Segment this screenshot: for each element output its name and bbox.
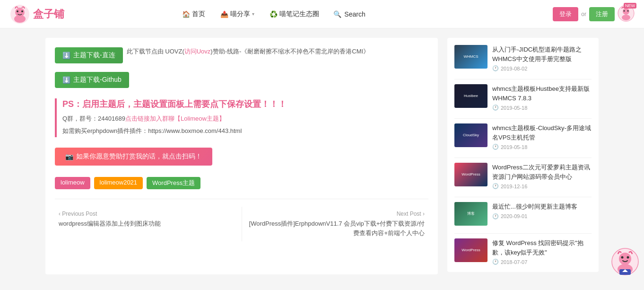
scan-btn-row: 📷 如果你愿意赞助打赏我的话，就点击扫码！: [55, 143, 428, 170]
next-post[interactable]: Next Post › [WordPress插件]ErphpdownV11.7 …: [242, 207, 429, 241]
download-icon: ⬇️: [62, 52, 70, 59]
sidebar-thumb: WordPress: [454, 163, 487, 186]
svg-point-2: [14, 15, 26, 23]
sidebar-title: 最近忙...很少时间更新主题博客: [492, 202, 592, 211]
sidebar-title: whmcs主题模板-CloudSky-多用途域名VPS主机托管: [492, 123, 592, 142]
thumb-text: 博客: [454, 202, 487, 226]
tag-lolimeow[interactable]: lolimeow: [55, 177, 90, 189]
ps-title: PS：启用主题后，主题设置面板上需要点下保存设置！！！: [62, 98, 428, 110]
share-icon: 📤: [220, 10, 228, 18]
clock-icon: 🕐: [492, 65, 499, 71]
sidebar-title: 从入门手-JIDC机型道刷牛题路之WHMCS中文使用手册完整版: [492, 45, 592, 63]
scan-donate-button[interactable]: 📷 如果你愿意赞助打赏我的话，就点击扫码！: [55, 148, 212, 166]
sidebar-date: 🕐 2020-09-01: [492, 213, 592, 220]
sidebar-info: 最近忙...很少时间更新主题博客 🕐 2020-09-01: [492, 202, 592, 226]
svg-point-13: [621, 256, 624, 259]
github-download-icon: ⬇️: [62, 76, 70, 84]
svg-point-3: [17, 10, 18, 12]
next-label: Next Post ›: [246, 211, 425, 217]
thumb-text: WordPress: [454, 163, 487, 186]
home-icon: 🏠: [182, 10, 190, 18]
svg-point-7: [622, 15, 630, 20]
svg-point-14: [627, 256, 629, 259]
sidebar-title: WordPress二次元可爱萝莉主题资讯资源门户网站源码带会员中心: [492, 163, 592, 181]
sidebar-date: 🕐 2019-05-18: [492, 105, 592, 111]
prev-title: wordpress编辑器添加上传到图床功能: [59, 219, 238, 228]
sidebar-info: whmcs主题模板-CloudSky-多用途域名VPS主机托管 🕐 2019-0…: [492, 123, 592, 150]
search-area[interactable]: 🔍 Search: [329, 8, 370, 21]
avatar-area[interactable]: NEW: [618, 5, 635, 23]
thumb-text: WHMCS: [454, 45, 487, 69]
sidebar-item[interactable]: WHMCS 从入门手-JIDC机型道刷牛题路之WHMCS中文使用手册完整版 🕐 …: [454, 45, 592, 71]
clock-icon: 🕐: [492, 183, 499, 189]
nav-ecology[interactable]: ♻️ 喵笔记生态圈: [264, 7, 325, 21]
post-navigation: ‹ Previous Post wordpress编辑器添加上传到图床功能 Ne…: [55, 199, 428, 241]
sidebar-thumb: 博客: [454, 202, 487, 226]
clock-icon: 🕐: [492, 213, 499, 220]
sidebar-date: 🕐 2018-07-07: [492, 259, 592, 265]
clock-icon: 🕐: [492, 144, 499, 150]
sidebar-thumb: Hustbee: [454, 84, 487, 108]
qq-group-link[interactable]: 点击链接加入群聊【Lolimeow主题】: [125, 115, 225, 122]
sidebar-date: 🕐 2019-12-16: [492, 183, 592, 189]
sidebar-title: whmcs主题模板Hustbee支持最新版WHMCS 7.8.3: [492, 84, 592, 103]
main-content: ⬇️ 主题下载-直连 此下载节点由 UOVZ(访问Uovz)赞助-线路-《耐磨耐…: [45, 38, 438, 274]
sidebar-item[interactable]: Hustbee whmcs主题模板Hustbee支持最新版WHMCS 7.8.3…: [454, 84, 592, 111]
site-logo[interactable]: 盒子铺: [9, 4, 85, 25]
sidebar-info: 从入门手-JIDC机型道刷牛题路之WHMCS中文使用手册完整版 🕐 2019-0…: [492, 45, 592, 71]
sidebar-item[interactable]: CloudSky whmcs主题模板-CloudSky-多用途域名VPS主机托管…: [454, 123, 592, 150]
header-auth: 登录 or 注册 NEW: [553, 5, 635, 23]
site-header: 盒子铺 🏠 首页 📤 喵分享 ▾ ♻️ 喵笔记生态圈 🔍 Search 登录 o…: [0, 0, 644, 28]
main-nav: 🏠 首页 📤 喵分享 ▾ ♻️ 喵笔记生态圈 🔍 Search: [176, 7, 370, 21]
uovz-link[interactable]: 访问Uovz: [184, 48, 211, 55]
svg-point-4: [21, 10, 23, 12]
sidebar-info: whmcs主题模板Hustbee支持最新版WHMCS 7.8.3 🕐 2019-…: [492, 84, 592, 111]
dl-desc-1: 此下载节点由 UOVZ(访问Uovz)赞助-线路-《耐磨耐擦不缩水不掉色不需北岸…: [127, 47, 370, 56]
dl-row-2: ⬇️ 主题下载-Github: [55, 72, 428, 93]
clock-icon: 🕐: [492, 105, 499, 111]
tags-area: lolimeow lolimeow2021 WordPress主题: [55, 177, 428, 189]
sidebar-thumb: CloudSky: [454, 123, 487, 147]
dl-row-1: ⬇️ 主题下载-直连 此下载节点由 UOVZ(访问Uovz)赞助-线路-《耐磨耐…: [55, 47, 428, 68]
prev-arrow-icon: ‹: [59, 211, 61, 217]
thumb-text: Hustbee: [454, 84, 487, 108]
download-github-button[interactable]: ⬇️ 主题下载-Github: [55, 72, 129, 88]
sidebar-item[interactable]: 博客 最近忙...很少时间更新主题博客 🕐 2020-09-01: [454, 202, 592, 226]
prev-post[interactable]: ‹ Previous Post wordpress编辑器添加上传到图床功能: [55, 207, 242, 241]
ps-notice: PS：启用主题后，主题设置面板上需要点下保存设置！！！ Q群，群号：244016…: [55, 98, 428, 137]
search-icon: 🔍: [333, 10, 341, 18]
sidebar-info: WordPress二次元可爱萝莉主题资讯资源门户网站源码带会员中心 🕐 2019…: [492, 163, 592, 189]
nav-share[interactable]: 📤 喵分享 ▾: [215, 7, 260, 21]
sidebar: WHMCS 从入门手-JIDC机型道刷牛题路之WHMCS中文使用手册完整版 🕐 …: [447, 38, 599, 274]
sidebar-item[interactable]: WordPress 修复 WordPress 找回密码提示"抱歉，该key似乎无…: [454, 238, 592, 265]
tag-lolimeow2021[interactable]: lolimeow2021: [94, 177, 143, 189]
nav-home[interactable]: 🏠 首页: [176, 7, 211, 21]
sidebar-title: 修复 WordPress 找回密码提示"抱歉，该key似乎无效": [492, 238, 592, 257]
sidebar-thumb: WHMCS: [454, 45, 487, 69]
ps-line-2: 如需购买erphpdown插件插件：https://www.boxmoe.com…: [62, 125, 428, 137]
logo-text: 盒子铺: [33, 7, 64, 21]
sidebar-card: WHMCS 从入门手-JIDC机型道刷牛题路之WHMCS中文使用手册完整版 🕐 …: [447, 38, 599, 272]
register-button[interactable]: 注册: [589, 7, 615, 21]
or-divider: or: [581, 11, 586, 18]
thumb-text: WordPress: [454, 238, 487, 262]
svg-point-8: [623, 10, 625, 12]
next-title: [WordPress插件]ErphpdownV11.7 会员vip下载+付费下载…: [246, 219, 425, 237]
recycle-icon: ♻️: [270, 10, 278, 18]
sidebar-item[interactable]: WordPress WordPress二次元可爱萝莉主题资讯资源门户网站源码带会…: [454, 163, 592, 189]
download-direct-button[interactable]: ⬇️ 主题下载-直连: [55, 47, 123, 63]
next-arrow-icon: ›: [423, 211, 425, 217]
login-button[interactable]: 登录: [553, 7, 578, 21]
sidebar-thumb: WordPress: [454, 238, 487, 262]
sidebar-info: 修复 WordPress 找回密码提示"抱歉，该key似乎无效" 🕐 2018-…: [492, 238, 592, 265]
page-container: ⬇️ 主题下载-直连 此下载节点由 UOVZ(访问Uovz)赞助-线路-《耐磨耐…: [38, 28, 606, 284]
scan-icon: 📷: [65, 153, 73, 160]
thumb-text: CloudSky: [454, 123, 487, 147]
tag-wordpress-theme[interactable]: WordPress主题: [147, 177, 200, 189]
sidebar-date: 🕐 2019-08-02: [492, 65, 592, 71]
sidebar-date: 🕐 2019-05-18: [492, 144, 592, 150]
svg-point-11: [619, 253, 631, 265]
ps-line-1: Q群，群号：24401689点击链接加入群聊【Lolimeow主题】: [62, 113, 428, 125]
float-character[interactable]: [611, 247, 639, 276]
new-badge: NEW: [624, 3, 636, 9]
